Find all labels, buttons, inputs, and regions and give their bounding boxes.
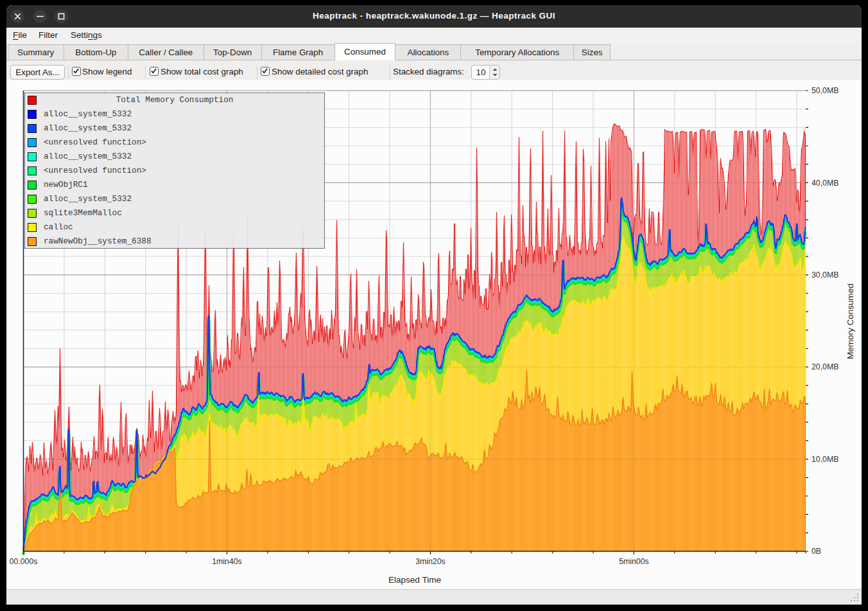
- svg-text:3min20s: 3min20s: [415, 557, 445, 566]
- svg-text:20,0MB: 20,0MB: [812, 362, 838, 371]
- svg-text:0B: 0B: [812, 547, 821, 556]
- svg-text:50,0MB: 50,0MB: [812, 86, 838, 95]
- svg-text:30,0MB: 30,0MB: [812, 270, 838, 279]
- svg-text:1min40s: 1min40s: [212, 557, 241, 566]
- svg-text:Elapsed Time: Elapsed Time: [388, 575, 441, 585]
- svg-text:5min00s: 5min00s: [619, 557, 648, 566]
- svg-text:Memory Consumed: Memory Consumed: [846, 283, 855, 359]
- svg-text:40,0MB: 40,0MB: [812, 179, 838, 188]
- svg-text:00.000s: 00.000s: [10, 557, 38, 566]
- svg-text:10,0MB: 10,0MB: [812, 455, 838, 464]
